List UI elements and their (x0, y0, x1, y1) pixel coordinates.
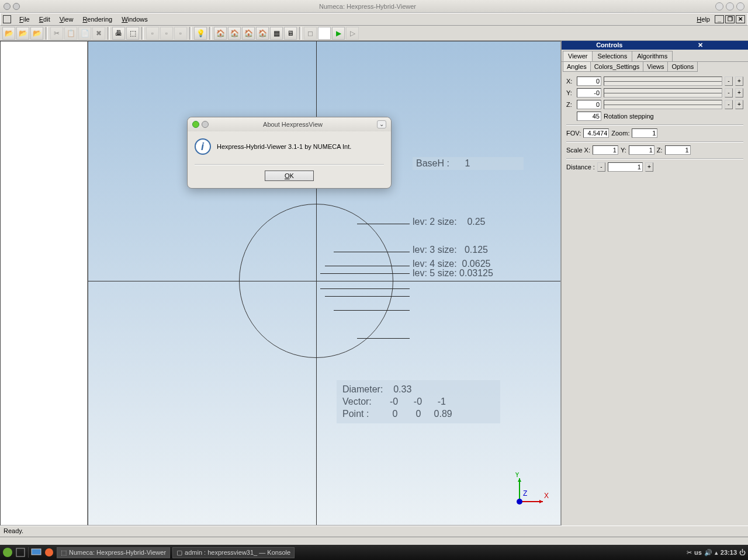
close-button[interactable] (736, 2, 744, 11)
menu-windows[interactable]: Windows (117, 15, 153, 24)
info-box: Diameter: 0.33 Vector: -0 -0 -1 Point : … (337, 380, 500, 423)
system-menu-icon[interactable] (3, 15, 11, 23)
angle-x-minus[interactable]: - (725, 76, 733, 86)
tick-lev5 (320, 273, 410, 274)
firefox-icon[interactable] (44, 547, 54, 558)
tray-up-icon[interactable]: ▴ (715, 549, 718, 556)
angle-x-input[interactable] (577, 76, 601, 86)
about-dialog: About HexpressView ⌄ Hexpress-Hybrid-Vie… (187, 117, 392, 189)
3d-viewport[interactable]: BaseH : 1 lev: 2 size: 0.25 lev: 3 size:… (88, 41, 561, 526)
menu-file[interactable]: File (15, 15, 34, 24)
tree-panel[interactable] (0, 41, 88, 526)
angle-y-plus[interactable]: + (735, 88, 743, 98)
tab-viewer[interactable]: Viewer (563, 51, 593, 61)
app-dot (13, 3, 20, 10)
angle-z-minus[interactable]: - (725, 100, 733, 109)
mdi-restore-button[interactable]: ❐ (725, 15, 735, 23)
dialog-app-icon (192, 121, 199, 128)
tick-m1 (320, 288, 410, 289)
angle-x-plus[interactable]: + (735, 76, 743, 86)
logout-icon[interactable]: ⏻ (739, 549, 746, 556)
subtab-options[interactable]: Options (667, 62, 698, 72)
house4-button[interactable]: 🏠 (256, 27, 269, 40)
baseh-label: BaseH : 1 (413, 157, 524, 170)
dialog-titlebar[interactable]: About HexpressView ⌄ (188, 117, 391, 131)
controls-title: Controls ✕ (562, 41, 748, 50)
grid-button[interactable]: ▦ (270, 27, 283, 40)
os-taskbar: ⬚ Numeca: Hexpress-Hybrid-Viewer ▢ admin… (0, 545, 748, 560)
scalex-input[interactable] (593, 145, 618, 155)
menu-rendering[interactable]: Rendering (78, 15, 117, 24)
window-title: Numeca: Hexpress-Hybrid-Viewer (20, 3, 715, 10)
screen-button[interactable]: 🖥 (284, 27, 297, 40)
menu-view[interactable]: View (55, 15, 78, 24)
app-icon (4, 3, 11, 10)
geometry-circle (239, 204, 393, 358)
desktop-icon[interactable] (31, 547, 41, 558)
box-button[interactable]: ⬚ (126, 27, 139, 40)
angle-y-input[interactable] (577, 88, 601, 98)
tick-lev4 (325, 266, 410, 266)
distance-plus[interactable]: + (645, 162, 653, 172)
task-konsole[interactable]: ▢ admin : hexpressview31_ — Konsole (172, 547, 295, 558)
angle-y-slider[interactable] (604, 88, 722, 98)
open-button[interactable]: 📂 (2, 27, 15, 40)
angle-z-plus[interactable]: + (735, 100, 743, 109)
task-numeca[interactable]: ⬚ Numeca: Hexpress-Hybrid-Viewer (57, 547, 170, 558)
ok-button[interactable]: OK (265, 171, 314, 181)
tick-m2 (325, 296, 410, 297)
task-icon: ⬚ (61, 549, 67, 556)
angle-z-input[interactable] (577, 100, 601, 109)
scissors-icon[interactable]: ✂ (687, 549, 692, 556)
menu-help[interactable]: Help (692, 15, 715, 24)
distance-minus[interactable]: - (597, 162, 605, 172)
controls-panel: Controls ✕ Viewer Selections Algorithms … (561, 41, 748, 526)
tab-selections[interactable]: Selections (592, 51, 632, 61)
house2-button[interactable]: 🏠 (228, 27, 241, 40)
mdi-minimize-button[interactable]: _ (715, 15, 724, 23)
angle-x-slider[interactable] (604, 76, 722, 86)
open3-button[interactable]: 📂 (30, 27, 43, 40)
start-button[interactable] (2, 547, 13, 558)
copy-button: 📋 (64, 27, 77, 40)
rotation-step-input[interactable] (577, 112, 601, 121)
house1-button[interactable]: 🏠 (214, 27, 227, 40)
rotation-step-label: Rotation stepping (604, 113, 654, 120)
zoom-input[interactable] (632, 128, 657, 138)
delete-button: ✖ (92, 27, 105, 40)
open2-button[interactable]: 📂 (16, 27, 29, 40)
scalez-input[interactable] (665, 145, 691, 155)
white-button[interactable] (318, 27, 331, 40)
subtab-views[interactable]: Views (643, 62, 668, 72)
subtab-colors[interactable]: Colors_Settings (590, 62, 644, 72)
fov-label: FOV: (566, 130, 581, 137)
dialog-minimize-icon[interactable]: ⌄ (377, 120, 386, 128)
cut-button: ✂ (50, 27, 63, 40)
subtab-angles[interactable]: Angles (563, 62, 591, 72)
distance-input[interactable] (608, 162, 643, 172)
play2-button: ▷ (346, 27, 359, 40)
maximize-button[interactable] (726, 2, 734, 11)
print-button[interactable]: 🖶 (112, 27, 125, 40)
terminal-icon: ▢ (176, 549, 182, 556)
clock[interactable]: 23:13 (721, 549, 737, 556)
mdi-close-button[interactable]: ✕ (736, 15, 745, 23)
light-button[interactable]: 💡 (194, 27, 207, 40)
play-button[interactable]: ▶ (332, 27, 345, 40)
dialog-message: Hexpress-Hybrid-Viewer 3.1-1 by NUMECA I… (217, 143, 351, 150)
controls-close-icon[interactable]: ✕ (655, 41, 746, 49)
fov-input[interactable] (583, 128, 609, 138)
os-titlebar: Numeca: Hexpress-Hybrid-Viewer (0, 0, 748, 13)
tick-m4 (357, 338, 410, 339)
angle-z-slider[interactable] (604, 100, 722, 109)
minimize-button[interactable] (715, 2, 723, 11)
house3-button[interactable]: 🏠 (242, 27, 255, 40)
toolbar: 📂 📂 📂 ✂ 📋 📄 ✖ 🖶 ⬚ ▫ ▫ ▫ 💡 🏠 🏠 🏠 🏠 ▦ 🖥 ◻ … (0, 26, 748, 41)
cube-icon[interactable] (15, 547, 26, 558)
menu-edit[interactable]: Edit (34, 15, 55, 24)
angle-y-minus[interactable]: - (725, 88, 733, 98)
keyboard-layout[interactable]: us (694, 549, 702, 556)
volume-icon[interactable]: 🔊 (704, 549, 712, 556)
scaley-input[interactable] (629, 145, 654, 155)
tab-algorithms[interactable]: Algorithms (632, 51, 673, 61)
